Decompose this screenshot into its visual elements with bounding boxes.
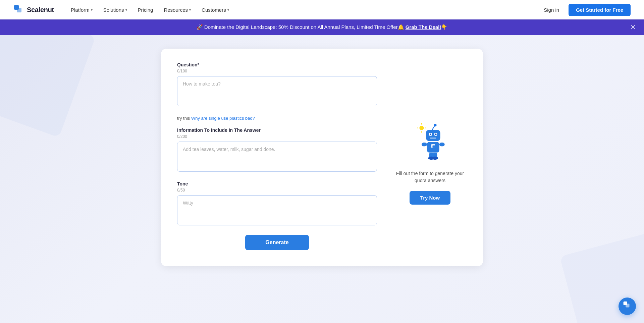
robot-illustration [408,121,452,165]
bg-shape-1 [0,35,96,138]
question-counter: 0/100 [177,69,377,73]
promo-banner: 🚀 Dominate the Digital Landscape: 50% Di… [0,19,644,35]
info-input[interactable] [177,142,377,172]
nav-solutions[interactable]: Solutions ▾ [99,5,132,15]
svg-rect-19 [439,143,445,146]
nav-pricing[interactable]: Pricing [133,5,158,15]
info-counter: 0/200 [177,134,377,139]
form-section: Question* 0/100 try this Why are single … [177,62,377,250]
logo-text: Scalenut [27,6,54,14]
tone-group: Tone 0/50 [177,181,377,227]
promo-text: 🚀 Dominate the Digital Landscape: 50% Di… [197,23,448,31]
svg-rect-1 [17,8,21,12]
logo-icon [13,4,24,15]
nav-resources[interactable]: Resources ▾ [159,5,196,15]
svg-point-23 [432,156,438,159]
get-started-button[interactable]: Get Started for Free [569,4,631,16]
generate-wrap: Generate [177,235,377,250]
nav-right: Sign in Get Started for Free [540,4,631,16]
tone-input[interactable] [177,195,377,225]
sidebar-section: Fill out the form to generate your quora… [393,62,467,250]
robot-caption: Fill out the form to generate your quora… [393,170,467,184]
main-card: Question* 0/100 try this Why are single … [161,49,483,266]
svg-rect-13 [435,133,437,135]
try-this-link[interactable]: Why are single use plastics bad? [191,116,255,121]
nav-platform[interactable]: Platform ▾ [66,5,97,15]
navbar: Scalenut Platform ▾ Solutions ▾ Pricing … [0,0,644,19]
svg-rect-18 [422,143,427,146]
nav-customers[interactable]: Customers ▾ [197,5,234,15]
svg-point-8 [434,124,436,126]
tone-counter: 0/50 [177,188,377,193]
chevron-down-icon: ▾ [91,8,93,12]
close-icon[interactable]: ✕ [630,22,636,32]
svg-rect-9 [426,130,440,141]
svg-rect-12 [430,133,431,135]
svg-rect-14 [430,138,436,139]
nav-links: Platform ▾ Solutions ▾ Pricing Resources… [66,5,540,15]
try-this-suggestion: try this Why are single use plastics bad… [177,116,377,121]
tone-label: Tone [177,181,377,186]
promo-link[interactable]: Grab The Deal! [406,24,441,30]
chat-fab-icon [623,301,632,312]
svg-rect-17 [432,145,435,148]
logo[interactable]: Scalenut [13,4,54,15]
chat-fab[interactable] [619,298,636,315]
question-group: Question* 0/100 [177,62,377,108]
svg-line-7 [432,125,435,129]
info-group: Information To Include In The Answer 0/2… [177,127,377,173]
question-input[interactable] [177,76,377,106]
chevron-down-icon: ▾ [227,8,229,12]
question-label: Question* [177,62,377,67]
try-now-button[interactable]: Try Now [410,191,450,205]
svg-point-2 [419,125,424,130]
chevron-down-icon: ▾ [189,8,191,12]
generate-button[interactable]: Generate [245,235,309,250]
main-content: Question* 0/100 try this Why are single … [0,35,644,323]
svg-rect-25 [626,304,629,307]
info-label: Information To Include In The Answer [177,127,377,133]
sign-in-button[interactable]: Sign in [540,5,563,15]
chevron-down-icon: ▾ [125,8,127,12]
